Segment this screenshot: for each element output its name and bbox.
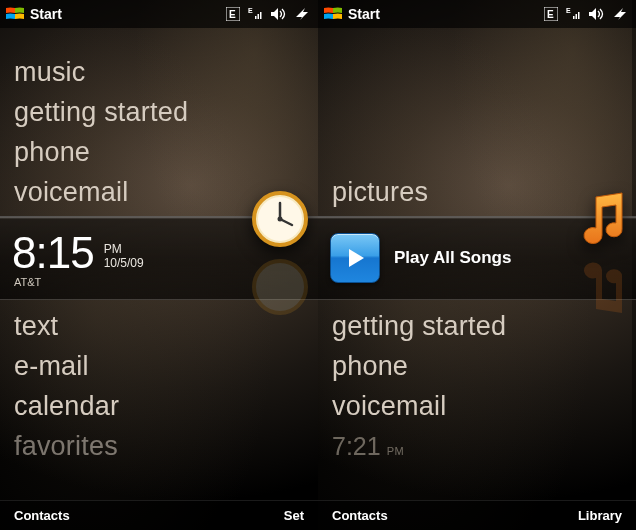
network-e-icon: E	[544, 7, 558, 21]
svg-point-10	[278, 217, 283, 222]
svg-rect-4	[258, 14, 260, 19]
play-icon	[343, 246, 367, 270]
music-note-icon	[578, 191, 630, 251]
svg-text:E: E	[229, 9, 236, 20]
softkey-left[interactable]: Contacts	[14, 508, 70, 523]
play-all-label: Play All Songs	[394, 248, 511, 268]
svg-rect-3	[255, 16, 257, 19]
preview-time: 7:21	[332, 432, 381, 461]
start-label: Start	[30, 6, 62, 22]
tile-phone[interactable]: phone	[0, 132, 318, 172]
signal-icon: E	[566, 7, 580, 21]
softkey-right[interactable]: Library	[578, 508, 622, 523]
tile-calendar[interactable]: calendar	[0, 386, 318, 426]
carrier-label: AT&T	[12, 276, 41, 288]
music-note-reflection	[578, 255, 630, 315]
start-button[interactable]: Start	[324, 6, 380, 22]
tile-voicemail[interactable]: voicemail	[318, 386, 636, 426]
softkey-bar: Contacts Library	[318, 500, 636, 530]
start-label: Start	[348, 6, 380, 22]
play-button[interactable]	[330, 233, 380, 283]
tile-phone[interactable]: phone	[318, 346, 636, 386]
svg-point-11	[254, 261, 306, 313]
clock-tile[interactable]: 8:15 PM 10/5/09 AT&T	[0, 216, 318, 300]
clock-icon-reflection	[252, 255, 308, 315]
softkey-bar: Contacts Set	[0, 500, 318, 530]
tile-favorites[interactable]: favorites	[0, 426, 318, 466]
tiles-below: text e-mail calendar favorites	[0, 300, 318, 466]
home-screen-clock: Start E E music getting started phone vo…	[0, 0, 318, 530]
clock-icon	[252, 191, 308, 251]
svg-text:E: E	[248, 7, 253, 14]
svg-rect-17	[578, 12, 580, 19]
tile-getting-started[interactable]: getting started	[0, 92, 318, 132]
statusbar: Start E E	[318, 0, 636, 28]
music-tile[interactable]: Play All Songs	[318, 216, 636, 300]
tile-clock-preview[interactable]: 7:21 PM	[318, 432, 636, 461]
charging-icon	[294, 7, 312, 21]
svg-rect-15	[573, 16, 575, 19]
tile-music[interactable]: music	[0, 52, 318, 92]
tiles-above: music getting started phone voicemail	[0, 28, 318, 212]
clock-ampm: PM	[104, 242, 144, 256]
home-screen-music: Start E E pictures	[318, 0, 636, 530]
softkey-left[interactable]: Contacts	[332, 508, 388, 523]
svg-text:E: E	[547, 9, 554, 20]
windows-icon	[6, 7, 24, 21]
start-button[interactable]: Start	[6, 6, 62, 22]
preview-ampm: PM	[387, 445, 405, 457]
windows-icon	[324, 7, 342, 21]
svg-text:E: E	[566, 7, 571, 14]
statusbar: Start E E	[0, 0, 318, 28]
softkey-right[interactable]: Set	[284, 508, 304, 523]
clock-time: 8:15	[12, 228, 94, 278]
tiles-below: getting started phone voicemail 7:21 PM	[318, 300, 636, 461]
speaker-icon	[270, 7, 286, 21]
charging-icon	[612, 7, 630, 21]
svg-rect-5	[260, 12, 262, 19]
speaker-icon	[588, 7, 604, 21]
tiles-above: pictures	[318, 28, 636, 212]
tile-email[interactable]: e-mail	[0, 346, 318, 386]
clock-date: 10/5/09	[104, 256, 144, 270]
svg-rect-16	[576, 14, 578, 19]
signal-icon: E	[248, 7, 262, 21]
network-e-icon: E	[226, 7, 240, 21]
